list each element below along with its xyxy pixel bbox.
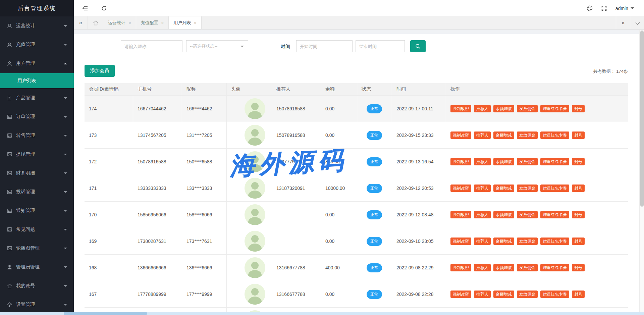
sidebar-item[interactable]: 常见问题 (0, 220, 74, 239)
force-password-button[interactable]: 强制改密 (450, 264, 471, 271)
sidebar-item[interactable]: 管理员管理 (0, 258, 74, 276)
grant-commission-button[interactable]: 发放佣金 (517, 105, 538, 112)
tabs-scroll-left-icon[interactable]: « (74, 16, 88, 29)
referrer-button[interactable]: 推荐人 (474, 238, 491, 245)
ban-button[interactable]: 封号 (572, 105, 585, 112)
member-id-cell: 170 (85, 202, 133, 228)
tab[interactable]: 用户列表× (169, 16, 202, 29)
referrer-button[interactable]: 推荐人 (474, 211, 491, 218)
ban-button[interactable]: 封号 (572, 264, 585, 271)
refresh-icon[interactable] (97, 0, 111, 16)
close-icon[interactable]: × (194, 20, 197, 25)
sidebar-item[interactable]: 用户管理 (0, 54, 74, 73)
table-row: 16813666666666136****666613166677788400.… (85, 255, 628, 281)
force-password-button[interactable]: 强制改密 (450, 105, 471, 112)
referrer-button[interactable]: 推荐人 (474, 185, 491, 192)
sidebar-item[interactable]: 轮播图管理 (0, 239, 74, 258)
user-menu[interactable]: admin (615, 6, 634, 11)
balance-adjust-button[interactable]: 余额增减 (493, 264, 514, 271)
balance-adjust-button[interactable]: 余额增减 (493, 211, 514, 218)
force-password-button[interactable]: 强制改密 (450, 238, 471, 245)
balance-adjust-button[interactable]: 余额增减 (493, 185, 514, 192)
member-id-cell: 169 (85, 228, 133, 254)
nickname-input[interactable] (121, 40, 182, 52)
gift-coupon-button[interactable]: 赠送红包卡券 (540, 238, 569, 245)
referrer-button[interactable]: 推荐人 (474, 105, 491, 112)
ban-button[interactable]: 封号 (572, 132, 585, 139)
grant-commission-button[interactable]: 发放佣金 (517, 185, 538, 192)
close-icon[interactable]: × (128, 20, 131, 25)
gift-coupon-button[interactable]: 赠送红包卡券 (540, 132, 569, 139)
fullscreen-icon[interactable] (601, 6, 607, 11)
add-member-button[interactable]: 添加会员 (85, 65, 115, 77)
balance-adjust-button[interactable]: 余额增减 (493, 158, 514, 165)
member-id-cell (85, 308, 133, 312)
search-button[interactable] (410, 40, 426, 52)
balance-adjust-button[interactable]: 余额增减 (493, 105, 514, 112)
force-password-button[interactable]: 强制改密 (450, 211, 471, 218)
menu-toggle-icon[interactable] (78, 0, 92, 16)
referrer-button[interactable]: 推荐人 (474, 291, 491, 298)
tab[interactable]: 充值配置× (136, 16, 169, 29)
ban-button[interactable]: 封号 (572, 185, 585, 192)
vertical-scrollbar[interactable] (639, 30, 644, 312)
sidebar-item-label: 运营统计 (16, 23, 35, 29)
grant-commission-button[interactable]: 发放佣金 (517, 238, 538, 245)
referrer-button[interactable]: 推荐人 (474, 264, 491, 271)
sidebar-item[interactable]: 产品管理 (0, 89, 74, 107)
balance-adjust-button[interactable]: 余额增减 (493, 291, 514, 298)
nickname-cell: 166****4462 (182, 96, 227, 122)
balance-adjust-button[interactable]: 余额增减 (493, 238, 514, 245)
sidebar-item[interactable]: 财务明细 (0, 164, 74, 182)
sidebar-item[interactable]: 订单管理 (0, 107, 74, 126)
referrer-button[interactable]: 推荐人 (474, 158, 491, 165)
tabs-scroll-right-icon[interactable]: » (616, 16, 630, 29)
gift-coupon-button[interactable]: 赠送红包卡券 (540, 211, 569, 218)
grant-commission-button[interactable]: 发放佣金 (517, 264, 538, 271)
table-header-row: 会员ID/邀请码手机号昵称头像推荐人余额状态时间操作 (85, 83, 628, 96)
gift-coupon-button[interactable]: 赠送红包卡券 (540, 264, 569, 271)
referrer-button[interactable]: 推荐人 (474, 132, 491, 139)
tab[interactable]: 运营统计× (103, 16, 136, 29)
force-password-button[interactable]: 强制改密 (450, 158, 471, 165)
grant-commission-button[interactable]: 发放佣金 (517, 211, 538, 218)
ban-button[interactable]: 封号 (572, 291, 585, 298)
grant-commission-button[interactable]: 发放佣金 (517, 291, 538, 298)
vertical-scrollbar-thumb[interactable] (640, 31, 644, 207)
horizontal-scrollbar-thumb[interactable] (64, 312, 147, 315)
gift-coupon-button[interactable]: 赠送红包卡券 (540, 105, 569, 112)
sidebar-item[interactable]: 提现管理 (0, 145, 74, 164)
sidebar-subitem[interactable]: 用户列表 (0, 73, 74, 88)
grant-commission-button[interactable]: 发放佣金 (517, 158, 538, 165)
force-password-button[interactable]: 强制改密 (450, 291, 471, 298)
end-time-input[interactable] (356, 40, 405, 52)
start-time-input[interactable] (296, 40, 353, 52)
status-select[interactable]: --请选择状态-- (186, 40, 248, 52)
ban-button[interactable]: 封号 (572, 158, 585, 165)
balance-cell: 400.00 (321, 255, 357, 281)
sidebar-item[interactable]: 我的账号 (0, 276, 74, 295)
grant-commission-button[interactable]: 发放佣金 (517, 132, 538, 139)
force-password-button[interactable]: 强制改密 (450, 132, 471, 139)
gift-coupon-button[interactable]: 赠送红包卡券 (540, 185, 569, 192)
horizontal-scrollbar[interactable] (0, 312, 644, 315)
avatar-cell (227, 149, 272, 175)
sidebar-item[interactable]: 投诉管理 (0, 182, 74, 201)
ban-button[interactable]: 封号 (572, 238, 585, 245)
close-icon[interactable]: × (161, 20, 164, 25)
home-tab[interactable] (88, 16, 103, 29)
force-password-button[interactable]: 强制改密 (450, 185, 471, 192)
sidebar-item[interactable]: 充值管理 (0, 35, 74, 54)
nickname-cell: 136****6666 (182, 255, 227, 281)
sidebar-item[interactable]: 运营统计 (0, 16, 74, 35)
gift-coupon-button[interactable]: 赠送红包卡券 (540, 158, 569, 165)
gift-coupon-button[interactable]: 赠送红包卡券 (540, 291, 569, 298)
sidebar-item[interactable]: 通知管理 (0, 201, 74, 220)
sidebar-item[interactable]: 设置管理 (0, 295, 74, 314)
balance-adjust-button[interactable]: 余额增减 (493, 132, 514, 139)
ban-button[interactable]: 封号 (572, 211, 585, 218)
tabs-menu-icon[interactable] (630, 16, 644, 29)
theme-palette-icon[interactable] (587, 5, 593, 11)
balance-cell: 0.00 (321, 122, 357, 148)
sidebar-item[interactable]: 转售管理 (0, 126, 74, 145)
